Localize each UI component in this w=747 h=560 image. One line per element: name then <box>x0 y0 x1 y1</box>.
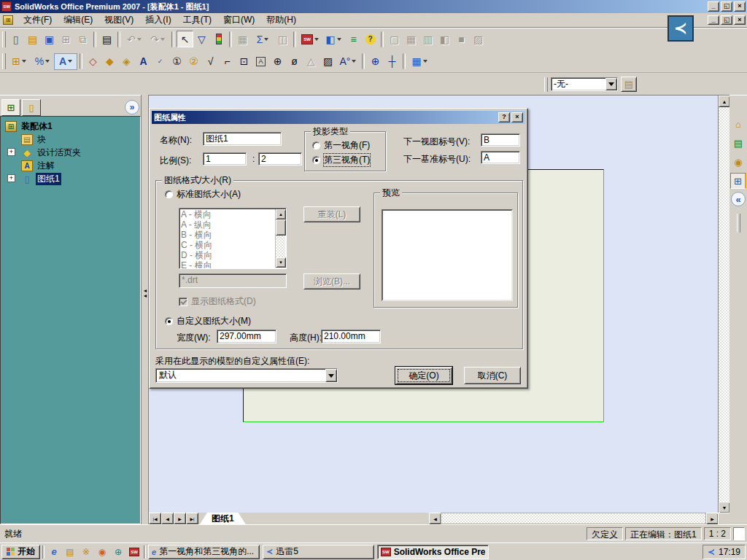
child-window-icon[interactable]: ⊞ <box>3 15 13 25</box>
task-pane-icon[interactable]: ◧ <box>322 31 345 47</box>
expand-toggle-icon[interactable]: + <box>7 148 15 156</box>
sheet-properties-icon[interactable]: ⊞ <box>7 53 31 70</box>
note-style-icon[interactable]: A <box>54 53 77 70</box>
datum-target-icon[interactable]: ⊕ <box>269 53 286 70</box>
sheet-last-button[interactable]: ▶| <box>186 513 198 524</box>
featuremanager-tab[interactable]: ⊞ <box>1 99 20 116</box>
tree-item-sheet1[interactable]: + ▯ 图纸1 <box>1 172 140 185</box>
start-button[interactable]: 开始 <box>1 545 40 559</box>
combo-arrow-icon[interactable] <box>325 369 337 382</box>
new-icon[interactable]: ▯ <box>7 31 24 47</box>
centerline-icon[interactable]: ┼ <box>384 53 400 70</box>
block-icon[interactable]: A° <box>336 53 360 70</box>
print-icon[interactable]: ▤ <box>98 31 115 47</box>
ql-wand-icon[interactable]: ※ <box>79 545 93 559</box>
ql-folder-icon[interactable]: ▤ <box>63 545 77 559</box>
rebuild-icon[interactable] <box>210 31 227 47</box>
spell-check-icon[interactable]: ✓ <box>152 53 169 70</box>
ql-target-icon[interactable]: ⊕ <box>111 545 125 559</box>
hscroll-left-icon[interactable]: ◀ <box>429 513 441 524</box>
task-ie-window[interactable]: e第一视角和第三视角的... <box>148 545 260 559</box>
selection-filter-icon[interactable]: ▽ <box>193 31 210 47</box>
next-datum-input[interactable]: A <box>481 151 520 164</box>
options-list-icon[interactable]: ≡ <box>345 31 362 47</box>
task-pane-splitter[interactable] <box>737 214 740 233</box>
propertymanager-tab[interactable]: ▯ <box>22 99 41 116</box>
smart-dimension-icon[interactable]: ◇ <box>85 53 101 70</box>
measure-icon[interactable]: Σ <box>251 31 274 47</box>
tree-item-design-binder[interactable]: + ◆ 设计活页夹 <box>1 146 140 159</box>
tree-item-assembly[interactable]: ⊞ 装配体1 <box>1 120 140 133</box>
name-input[interactable]: 图纸1 <box>203 132 282 146</box>
tray-xunlei-icon[interactable]: ≺ <box>708 547 715 557</box>
menu-item[interactable]: 窗口(W) <box>217 12 260 28</box>
listbox-scroll-down-icon[interactable]: ▼ <box>276 257 286 268</box>
layer-combo[interactable]: -无- <box>551 77 618 91</box>
auto-dimension-icon[interactable]: ◆ <box>101 53 118 70</box>
file-explorer-icon[interactable]: ⊞ <box>730 173 746 189</box>
listbox-scroll-up-icon[interactable]: ▲ <box>276 209 286 219</box>
third-angle-radio-circle[interactable] <box>312 156 320 164</box>
auto-balloon-icon[interactable]: ② <box>185 53 202 70</box>
child-close-button[interactable]: × <box>734 15 746 25</box>
custom-size-radio-circle[interactable] <box>165 317 173 325</box>
cancel-button[interactable]: 取消(C) <box>464 367 521 384</box>
dialog-help-button[interactable]: ? <box>498 112 510 122</box>
open-icon[interactable]: ▤ <box>24 31 41 47</box>
note-icon[interactable]: A <box>135 53 152 70</box>
listbox-scrollbar[interactable]: ▲ ▼ <box>275 209 285 268</box>
cosmetic-thread-icon[interactable]: ø <box>286 53 303 70</box>
menu-item[interactable]: 视图(V) <box>98 12 139 28</box>
ql-solidworks-icon[interactable]: SW <box>127 545 142 559</box>
task-xunlei[interactable]: ≺迅雷5 <box>263 545 374 559</box>
vertical-scrollbar[interactable]: ▲ ▼ <box>718 96 729 513</box>
width-input[interactable]: 297.00mm <box>217 330 276 343</box>
xunlei-float-icon[interactable]: ≺ <box>667 15 694 42</box>
standard-size-radio[interactable]: 标准图纸大小(A) <box>165 188 241 201</box>
solidworks-office-icon[interactable]: SW <box>298 31 322 47</box>
first-angle-radio-circle[interactable] <box>312 141 320 149</box>
standard-size-radio-circle[interactable] <box>165 190 173 198</box>
collapse-pane-icon[interactable]: « <box>731 192 746 206</box>
custom-props-combo[interactable]: 默认 <box>155 368 338 383</box>
horizontal-scrollbar[interactable] <box>441 513 706 524</box>
design-library-icon[interactable]: ◉ <box>730 154 746 170</box>
save-icon[interactable]: ▣ <box>41 31 58 47</box>
menu-item[interactable]: 帮助(H) <box>260 12 302 28</box>
surface-finish-icon[interactable]: √ <box>202 53 219 70</box>
area-hatch-icon[interactable]: ▨ <box>320 53 336 70</box>
tree-item-blocks[interactable]: ▤ 块 <box>1 133 140 146</box>
expand-toggle-icon[interactable]: + <box>7 174 15 182</box>
ql-flower-icon[interactable]: ◉ <box>95 545 109 559</box>
center-mark-icon[interactable]: ⊕ <box>367 53 384 70</box>
sheet-next-button[interactable]: ▶ <box>174 513 186 524</box>
hscroll-right-icon[interactable]: ▶ <box>706 513 719 524</box>
ok-button[interactable]: 确定(O) <box>395 367 452 384</box>
weld-symbol-icon[interactable]: ⌐ <box>219 53 236 70</box>
task-solidworks[interactable]: SWSolidWorks Office Premiu... <box>377 545 489 559</box>
dimension-style-icon[interactable]: % <box>31 53 54 70</box>
scroll-up-icon[interactable]: ▲ <box>719 96 729 107</box>
scroll-down-icon[interactable]: ▼ <box>719 502 729 513</box>
dialog-close-button[interactable]: × <box>511 112 523 122</box>
balloon-icon[interactable]: ① <box>169 53 185 70</box>
datum-feature-icon[interactable]: A <box>252 53 269 70</box>
sheet-prev-button[interactable]: ◀ <box>161 513 174 524</box>
restore-button[interactable]: ◱ <box>721 1 732 12</box>
scale-denominator-input[interactable]: 2 <box>258 152 302 166</box>
geometric-tolerance-icon[interactable]: ⊡ <box>236 53 252 70</box>
panel-expand-button[interactable]: » <box>125 100 139 114</box>
menu-item[interactable]: 编辑(E) <box>58 12 98 28</box>
custom-size-radio[interactable]: 自定义图纸大小(M) <box>165 315 251 327</box>
panel-splitter[interactable]: ◂◂ <box>141 95 149 524</box>
menu-item[interactable]: 插入(I) <box>139 12 177 28</box>
layer-properties-button[interactable]: ▤ <box>621 77 637 92</box>
splitter-handle-icon[interactable]: ◂◂ <box>142 288 148 298</box>
next-view-input[interactable]: B <box>481 133 520 147</box>
child-restore-button[interactable]: ◱ <box>721 15 732 25</box>
solidworks-resources-icon[interactable]: ▤ <box>730 135 746 151</box>
third-angle-radio[interactable]: 第三视角(T) <box>312 154 370 166</box>
model-items-icon[interactable]: ◈ <box>118 53 135 70</box>
home-icon[interactable]: ⌂ <box>730 116 746 132</box>
sheet-first-button[interactable]: |◀ <box>149 513 161 524</box>
